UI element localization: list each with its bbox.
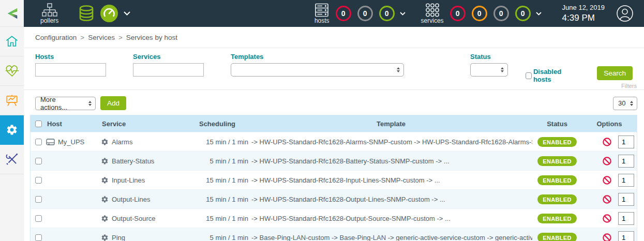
current-time: 4:39 PM bbox=[562, 12, 605, 23]
services-warning-badge[interactable]: 0 bbox=[472, 6, 487, 21]
services-ok-badge[interactable]: 0 bbox=[515, 6, 531, 21]
duplicate-count-input[interactable] bbox=[618, 193, 634, 206]
breadcrumb: Configuration>Services>Services by host bbox=[24, 27, 644, 48]
service-name-link[interactable]: Ping bbox=[112, 234, 125, 241]
action-bar: More actions... Add 30 bbox=[24, 90, 644, 115]
gauge-icon[interactable] bbox=[100, 4, 118, 23]
user-menu[interactable] bbox=[616, 5, 634, 22]
disable-service-icon[interactable] bbox=[603, 195, 611, 204]
service-name-link[interactable]: Alarms bbox=[112, 138, 132, 146]
search-button[interactable]: Search bbox=[597, 66, 633, 80]
services-unknown-badge[interactable]: 0 bbox=[493, 6, 509, 21]
services-critical-badge[interactable]: 0 bbox=[450, 6, 466, 21]
pollers-icon bbox=[42, 3, 57, 17]
service-name-link[interactable]: Input-Lines bbox=[112, 176, 145, 184]
duplicate-count-input[interactable] bbox=[618, 174, 634, 187]
status-badge: ENABLED bbox=[537, 214, 576, 223]
col-header-host: Host bbox=[46, 120, 101, 128]
sidebar-item-home[interactable] bbox=[0, 27, 24, 56]
table-body: My_UPS Alarms 15 min / 1 min -> HW-UPS-S… bbox=[31, 132, 637, 241]
sidebar-item-monitoring[interactable] bbox=[0, 56, 24, 86]
templates-filter-label: Templates bbox=[231, 53, 404, 61]
disable-service-icon[interactable] bbox=[603, 157, 611, 165]
disable-service-icon[interactable] bbox=[603, 176, 611, 185]
services-menu[interactable]: services bbox=[421, 3, 444, 24]
status-badge: ENABLED bbox=[537, 137, 576, 147]
disable-service-icon[interactable] bbox=[603, 214, 611, 223]
sidebar-item-administration[interactable] bbox=[0, 145, 24, 174]
table-row: Battery-Status 5 min / 1 min -> HW-UPS-S… bbox=[31, 151, 637, 170]
status-filter-group: Status bbox=[470, 53, 508, 77]
row-checkbox[interactable] bbox=[35, 234, 42, 241]
row-checkbox[interactable] bbox=[35, 177, 42, 184]
hosts-menu[interactable]: hosts bbox=[314, 3, 330, 24]
hosts-up-badge[interactable]: 0 bbox=[379, 6, 395, 21]
table-row: My_UPS Alarms 15 min / 1 min -> HW-UPS-S… bbox=[31, 132, 637, 151]
select-stepper-icon bbox=[397, 67, 400, 72]
hosts-unreachable-badge[interactable]: 0 bbox=[357, 6, 373, 21]
row-checkbox[interactable] bbox=[35, 158, 42, 164]
hosts-filter-input[interactable] bbox=[35, 63, 106, 77]
hosts-chevron-down-icon[interactable] bbox=[400, 12, 406, 16]
select-all-checkbox[interactable] bbox=[35, 120, 42, 127]
hosts-down-badge[interactable]: 0 bbox=[336, 6, 351, 21]
service-name-link[interactable]: Output-Lines bbox=[112, 195, 150, 203]
host-cell bbox=[46, 215, 101, 222]
status-select[interactable] bbox=[470, 63, 508, 77]
duplicate-count-input[interactable] bbox=[618, 231, 634, 241]
main-column: pollers bbox=[24, 0, 644, 241]
add-button[interactable]: Add bbox=[100, 96, 126, 110]
breadcrumb-separator: > bbox=[80, 34, 84, 41]
row-checkbox[interactable] bbox=[35, 215, 42, 222]
poller-chevron-down-icon[interactable] bbox=[124, 11, 130, 16]
pollers-menu[interactable]: pollers bbox=[40, 3, 58, 24]
host-cell bbox=[46, 158, 101, 164]
centreon-logo[interactable] bbox=[0, 0, 24, 27]
options-cell bbox=[582, 212, 637, 225]
options-cell bbox=[582, 193, 637, 206]
template-cell: -> HW-UPS-Standard-Rfc1628-Alarms-SNMP-c… bbox=[250, 138, 532, 146]
template-cell: -> HW-UPS-Standard-Rfc1628-Battery-Statu… bbox=[250, 157, 532, 165]
select-stepper-icon bbox=[630, 101, 633, 106]
duplicate-count-input[interactable] bbox=[618, 135, 634, 148]
scheduling-cell: 15 min / 1 min bbox=[185, 215, 250, 222]
services-filter-group: Services bbox=[133, 53, 204, 77]
sidebar-item-reporting[interactable] bbox=[0, 86, 24, 115]
hosts-filter-group: Hosts bbox=[35, 53, 106, 77]
services-chevron-down-icon[interactable] bbox=[536, 12, 542, 16]
service-cell: Output-Lines bbox=[101, 195, 185, 203]
service-name-link[interactable]: Battery-Status bbox=[112, 157, 154, 165]
more-actions-select[interactable]: More actions... bbox=[35, 97, 96, 110]
page-size-select[interactable]: 30 bbox=[613, 97, 637, 110]
page-size-value: 30 bbox=[618, 99, 625, 107]
templates-select[interactable] bbox=[231, 63, 404, 77]
service-gear-icon bbox=[101, 195, 109, 203]
duplicate-count-input[interactable] bbox=[618, 212, 634, 225]
template-cell: -> HW-UPS-Standard-Rfc1628-Output-Lines-… bbox=[250, 195, 532, 203]
services-label: services bbox=[421, 18, 444, 24]
col-header-options: Options bbox=[582, 120, 637, 128]
database-icon[interactable] bbox=[77, 4, 96, 23]
disabled-hosts-checkbox[interactable] bbox=[526, 72, 532, 79]
current-date: June 12, 2019 bbox=[562, 4, 605, 12]
select-stepper-icon bbox=[501, 67, 504, 72]
breadcrumb-configuration[interactable]: Configuration bbox=[35, 34, 77, 41]
table-row: Output-Lines 15 min / 1 min -> HW-UPS-St… bbox=[31, 189, 637, 208]
duplicate-count-input[interactable] bbox=[618, 155, 634, 168]
row-checkbox[interactable] bbox=[35, 139, 42, 145]
template-cell: -> HW-UPS-Standard-Rfc1628-Output-Source… bbox=[250, 215, 532, 222]
services-table: Host Service Scheduling Template Status … bbox=[30, 115, 637, 241]
host-name-link[interactable]: My_UPS bbox=[58, 138, 84, 146]
service-gear-icon bbox=[101, 234, 109, 241]
select-stepper-icon bbox=[88, 101, 92, 106]
services-filter-input[interactable] bbox=[133, 63, 204, 77]
service-name-link[interactable]: Output-Source bbox=[112, 215, 156, 222]
disable-service-icon[interactable] bbox=[603, 138, 611, 146]
options-cell bbox=[582, 231, 637, 241]
sidebar-item-configuration[interactable] bbox=[0, 115, 24, 145]
sidebar bbox=[0, 0, 24, 241]
row-checkbox[interactable] bbox=[35, 196, 42, 203]
breadcrumb-services[interactable]: Services bbox=[88, 34, 115, 41]
hosts-filter-label: Hosts bbox=[35, 53, 106, 61]
disable-service-icon[interactable] bbox=[603, 233, 611, 241]
